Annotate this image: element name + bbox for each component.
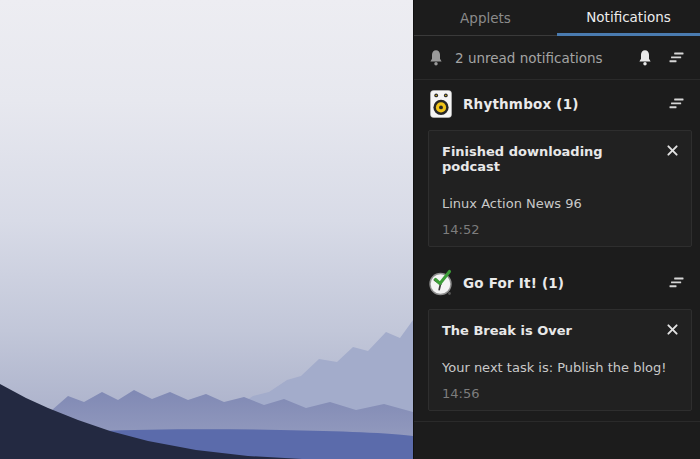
tab-notifications[interactable]: Notifications xyxy=(557,0,700,36)
notification-body: Your next task is: Publish the blog! xyxy=(442,360,678,375)
notification-timestamp: 14:56 xyxy=(442,386,678,401)
panel-divider xyxy=(414,421,700,422)
clear-list-icon[interactable] xyxy=(667,276,686,290)
close-icon[interactable] xyxy=(667,145,678,156)
mountains-image xyxy=(0,0,413,459)
tab-applets[interactable]: Applets xyxy=(414,0,557,36)
notifications-panel: Applets Notifications 2 unread notificat… xyxy=(413,0,700,459)
go-for-it-icon xyxy=(428,269,454,297)
notification-card-header: Finished downloading podcast xyxy=(442,144,678,174)
notification-title: Finished downloading podcast xyxy=(442,144,659,174)
desktop: Applets Notifications 2 unread notificat… xyxy=(0,0,700,459)
notification-body: Linux Action News 96 xyxy=(442,196,678,211)
raven-tabs: Applets Notifications xyxy=(414,0,700,36)
notification-group-rhythmbox: Rhythmbox (1) xyxy=(414,80,700,118)
notification-card: The Break is Over Your next task is: Pub… xyxy=(428,309,692,411)
notification-title: The Break is Over xyxy=(442,323,659,338)
clear-list-icon[interactable] xyxy=(667,97,686,111)
desktop-wallpaper xyxy=(0,0,413,459)
notifications-header: 2 unread notifications xyxy=(414,36,700,80)
close-icon[interactable] xyxy=(667,324,678,335)
bell-icon[interactable] xyxy=(637,49,653,67)
clear-list-icon[interactable] xyxy=(667,51,686,65)
unread-count-label: 2 unread notifications xyxy=(455,50,637,66)
notification-timestamp: 14:52 xyxy=(442,222,678,237)
notification-card-header: The Break is Over xyxy=(442,323,678,338)
group-title: Go For It! (1) xyxy=(463,275,667,291)
rhythmbox-icon xyxy=(428,90,454,118)
group-title: Rhythmbox (1) xyxy=(463,96,667,112)
notification-group-go-for-it: Go For It! (1) xyxy=(414,247,700,297)
bell-icon xyxy=(428,49,444,67)
notification-card: Finished downloading podcast Linux Actio… xyxy=(428,130,692,247)
